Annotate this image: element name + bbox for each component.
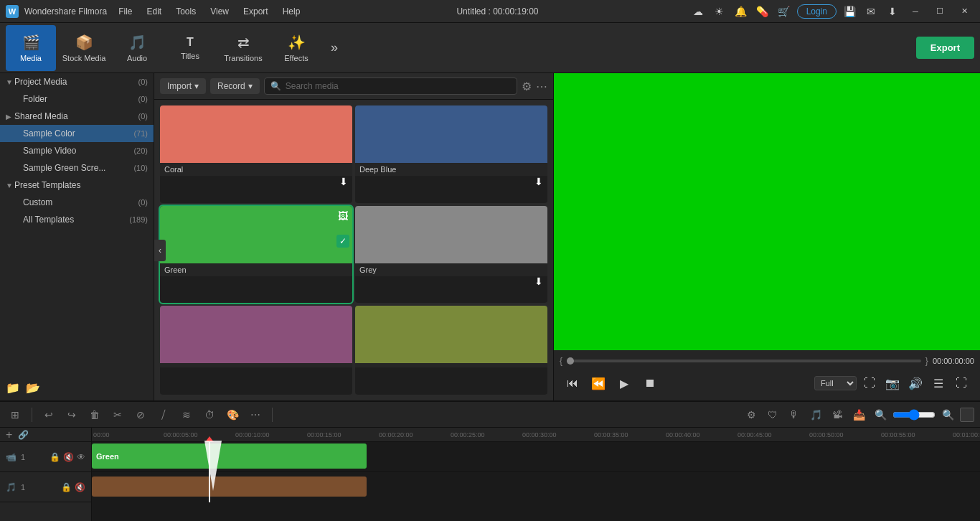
- playhead[interactable]: [209, 442, 210, 502]
- video-eye-icon[interactable]: 👁: [77, 452, 85, 462]
- shared-media-count: (0): [138, 112, 148, 121]
- save-icon[interactable]: 💾: [841, 3, 858, 20]
- delete-button[interactable]: 🗑: [85, 405, 104, 424]
- shared-media-section[interactable]: ▶ Shared Media (0): [0, 108, 154, 125]
- fit-screen-icon[interactable]: ⛶: [859, 373, 880, 393]
- all-templates-item[interactable]: All Templates (189): [0, 211, 154, 228]
- project-media-label: Project Media: [14, 77, 138, 87]
- media-card-deep-blue[interactable]: ⬇ Deep Blue: [355, 105, 547, 203]
- more-timeline-button[interactable]: ⋯: [246, 405, 265, 424]
- volume-icon[interactable]: 🔊: [905, 373, 925, 393]
- search-box[interactable]: 🔍 Search media: [264, 78, 517, 95]
- project-media-section[interactable]: ▼ Project Media (0): [0, 73, 154, 90]
- skip-back-button[interactable]: ⏮: [562, 373, 583, 393]
- media-card-green[interactable]: 🖼 ✓ Green: [160, 206, 352, 304]
- link-icon[interactable]: 🔗: [18, 430, 29, 440]
- mic-icon[interactable]: 🎙: [785, 405, 804, 424]
- audio-mute-icon[interactable]: 🔇: [75, 482, 85, 492]
- record-button[interactable]: Record ▾: [210, 78, 260, 94]
- zoom-select[interactable]: Full 50% 75% 100%: [814, 376, 857, 390]
- custom-item[interactable]: Custom (0): [0, 194, 154, 211]
- zoom-out-icon[interactable]: 🔍: [871, 405, 890, 424]
- progress-bar[interactable]: [567, 360, 921, 362]
- sample-green-item[interactable]: Sample Green Scre... (10): [0, 159, 154, 177]
- screenshot-icon[interactable]: 📷: [882, 373, 903, 393]
- audio-settings-button[interactable]: ≋: [177, 405, 196, 424]
- new-folder-icon[interactable]: 📁: [6, 381, 20, 395]
- login-button[interactable]: Login: [797, 4, 837, 19]
- media-card-olive[interactable]: [355, 306, 547, 395]
- sun-icon[interactable]: ☀: [711, 3, 728, 20]
- sample-color-item[interactable]: Sample Color (71): [0, 125, 154, 142]
- music-icon[interactable]: 🎵: [806, 405, 825, 424]
- video-lock-icon[interactable]: 🔒: [50, 452, 60, 462]
- menu-file[interactable]: File: [113, 5, 138, 18]
- undo-button[interactable]: ↩: [39, 405, 58, 424]
- stop-button[interactable]: ⏹: [640, 373, 660, 393]
- fullscreen-icon[interactable]: ⛶: [951, 373, 971, 393]
- toolbar-titles[interactable]: T Titles: [165, 25, 215, 71]
- color-grade-button[interactable]: 🎨: [223, 405, 242, 424]
- menu-tools[interactable]: Tools: [170, 5, 202, 18]
- menu-edit[interactable]: Edit: [141, 5, 168, 18]
- media-card-coral[interactable]: ⬇ Coral: [160, 105, 352, 203]
- playlist-icon[interactable]: ☰: [928, 373, 948, 393]
- cut-button[interactable]: ✂: [108, 405, 127, 424]
- menu-view[interactable]: View: [204, 5, 235, 18]
- toolbar-media[interactable]: 🎬 Media: [6, 25, 56, 71]
- filter-icon[interactable]: ⚙: [522, 80, 532, 93]
- export-button[interactable]: Export: [916, 37, 974, 59]
- download-icon[interactable]: ⬇: [884, 3, 901, 20]
- disable-button[interactable]: ⊘: [131, 405, 150, 424]
- zoom-slider[interactable]: [892, 409, 936, 421]
- add-track-button[interactable]: +: [6, 428, 12, 441]
- grid-options-icon[interactable]: ⋯: [536, 80, 547, 93]
- toolbar-transitions[interactable]: ⇄ Transitions: [218, 25, 268, 71]
- settings-icon[interactable]: ⚙: [742, 405, 760, 424]
- sample-video-item[interactable]: Sample Video (20): [0, 142, 154, 159]
- toolbar: 🎬 Media 📦 Stock Media 🎵 Audio T Titles ⇄…: [0, 23, 980, 73]
- preset-templates-section[interactable]: ▼ Preset Templates: [0, 177, 154, 194]
- notification-icon[interactable]: 🔔: [732, 3, 750, 20]
- scroll-left-button[interactable]: ‹: [154, 240, 166, 261]
- import-button[interactable]: Import ▾: [160, 78, 206, 94]
- message-icon[interactable]: ✉: [862, 3, 880, 20]
- audio-lock-icon[interactable]: 🔒: [61, 482, 72, 492]
- play-button[interactable]: ▶: [614, 373, 634, 393]
- progress-handle[interactable]: [567, 357, 574, 365]
- media-card-grey[interactable]: ⬇ Grey: [355, 206, 547, 304]
- open-folder-icon[interactable]: 📂: [26, 381, 40, 395]
- playback-controls: ⏮ ⏪ ▶ ⏹: [562, 370, 660, 396]
- titlebar-right: ☁ ☀ 🔔 💊 🛒 Login 💾 ✉ ⬇ ─ ☐ ✕: [689, 1, 974, 22]
- toolbar-audio[interactable]: 🎵 Audio: [112, 25, 162, 71]
- camera-mode-icon[interactable]: 📽: [828, 405, 847, 424]
- minimize-button[interactable]: ─: [905, 1, 925, 22]
- speed-button[interactable]: ⏱: [200, 405, 219, 424]
- pill-icon[interactable]: 💊: [754, 3, 771, 20]
- grid-view-button[interactable]: ⊞: [6, 405, 24, 424]
- toolbar-stock-media[interactable]: 📦 Stock Media: [59, 25, 109, 71]
- audio-clip[interactable]: [92, 477, 367, 497]
- shield-icon[interactable]: 🛡: [763, 405, 782, 424]
- maximize-button[interactable]: ☐: [930, 1, 950, 22]
- video-mute-icon[interactable]: 🔇: [63, 452, 74, 462]
- redo-button[interactable]: ↪: [62, 405, 81, 424]
- ruler-10: 00:00:10:00: [235, 431, 270, 438]
- close-button[interactable]: ✕: [954, 1, 974, 22]
- cart-icon[interactable]: 🛒: [776, 3, 793, 20]
- step-back-button[interactable]: ⏪: [588, 373, 608, 393]
- split-button[interactable]: ⧸: [154, 405, 173, 424]
- cloud-icon[interactable]: ☁: [689, 3, 707, 20]
- menu-help[interactable]: Help: [277, 5, 306, 18]
- folder-item[interactable]: Folder (0): [0, 90, 154, 108]
- green-clip[interactable]: Green: [92, 443, 367, 469]
- menu-export[interactable]: Export: [237, 5, 274, 18]
- more-toolbar-button[interactable]: »: [324, 38, 344, 58]
- toolbar-effects[interactable]: ✨ Effects: [271, 25, 321, 71]
- media-card-purple[interactable]: [160, 306, 352, 395]
- coral-label: Coral: [160, 163, 352, 176]
- import-media-icon[interactable]: 📥: [849, 405, 868, 424]
- record-arrow-icon: ▾: [248, 81, 253, 91]
- ruler-45: 00:00:45:00: [738, 431, 772, 438]
- zoom-in-icon[interactable]: 🔍: [938, 405, 957, 424]
